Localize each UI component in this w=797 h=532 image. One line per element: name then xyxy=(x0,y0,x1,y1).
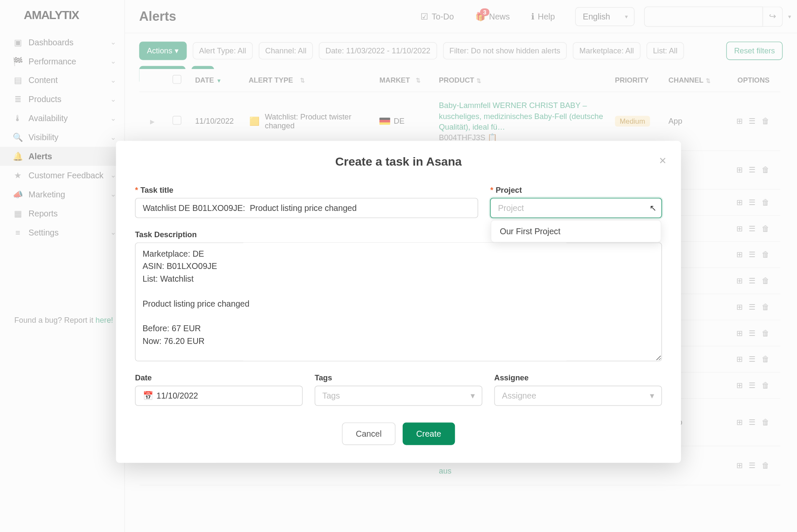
calendar-icon: 📅 xyxy=(143,391,153,400)
cancel-button[interactable]: Cancel xyxy=(342,422,396,445)
project-label: *Project xyxy=(490,186,662,194)
modal-title: Create a task in Asana xyxy=(135,155,662,169)
chevron-down-icon: ▾ xyxy=(650,391,654,400)
chevron-down-icon: ▾ xyxy=(471,391,475,400)
task-title-label: *Task title xyxy=(135,186,478,194)
description-textarea[interactable] xyxy=(135,242,662,361)
project-option[interactable]: Our First Project xyxy=(491,220,660,242)
cursor-icon: ↖ xyxy=(649,203,657,213)
modal-footer: Cancel Create xyxy=(135,422,662,445)
tags-label: Tags xyxy=(315,373,482,382)
tags-input[interactable]: Tags▾ xyxy=(315,385,482,406)
task-title-input[interactable] xyxy=(135,198,478,218)
create-button[interactable]: Create xyxy=(402,422,454,445)
create-task-modal: Create a task in Asana ✕ *Task title *Pr… xyxy=(116,141,681,463)
date-input[interactable]: 📅11/10/2022 xyxy=(135,385,303,406)
project-placeholder: Project xyxy=(498,203,524,213)
project-select[interactable]: Project ↖ Our First Project xyxy=(490,198,662,218)
assignee-label: Assignee xyxy=(494,373,662,382)
date-label: Date xyxy=(135,373,303,382)
close-button[interactable]: ✕ xyxy=(659,155,666,166)
project-dropdown: Our First Project xyxy=(491,220,661,242)
assignee-input[interactable]: Assignee▾ xyxy=(494,385,662,406)
close-icon: ✕ xyxy=(659,156,666,166)
